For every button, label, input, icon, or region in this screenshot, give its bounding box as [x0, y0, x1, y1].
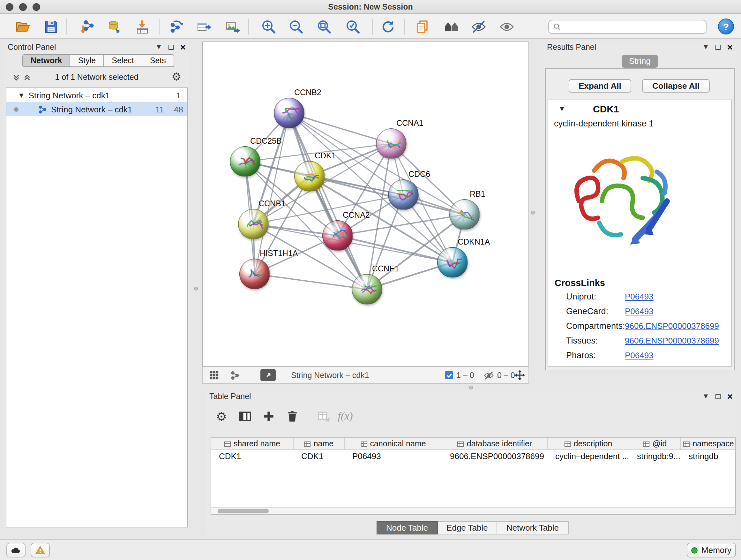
table-cell[interactable]: stringdb:9... — [629, 450, 681, 462]
tree-row-collection[interactable]: ▼ String Network – cdk1 1 — [6, 88, 187, 102]
float-panel-icon[interactable] — [716, 44, 721, 50]
table-row[interactable]: CDK1 CDK1 P06493 9606.ENSP00000378699 cy… — [211, 450, 735, 462]
tab-sets[interactable]: Sets — [142, 54, 174, 67]
delete-column-button[interactable] — [283, 408, 301, 425]
network-node-CDC6[interactable] — [388, 179, 419, 210]
collapse-all-button[interactable]: Collapse All — [642, 79, 710, 92]
vertical-splitter-handle[interactable] — [531, 211, 535, 214]
disclosure-triangle-icon[interactable]: ▼ — [18, 91, 25, 99]
horizontal-scrollbar[interactable] — [211, 507, 735, 514]
expand-all-button[interactable]: Expand All — [569, 79, 631, 92]
close-panel-icon[interactable]: × — [727, 391, 733, 401]
search-input[interactable] — [564, 22, 706, 31]
maximize-window-icon[interactable] — [32, 3, 40, 11]
table-cell[interactable]: stringdb — [681, 450, 736, 462]
tree-row-network[interactable]: String Network – cdk1 11 48 — [6, 102, 187, 116]
tab-network[interactable]: Network — [22, 54, 71, 67]
create-column-button[interactable] — [260, 408, 278, 425]
chevron-down-icon[interactable]: ▼ — [702, 44, 710, 51]
import-network-file-button[interactable] — [78, 18, 95, 35]
help-button[interactable]: ? — [718, 18, 734, 35]
refresh-view-button[interactable] — [379, 18, 396, 35]
hide-selected-button[interactable] — [470, 18, 487, 35]
crosslink-link[interactable]: P06493 — [625, 307, 654, 316]
import-network-database-button[interactable] — [105, 18, 123, 35]
crosslink-link[interactable]: P06493 — [625, 292, 654, 301]
close-panel-icon[interactable]: × — [180, 42, 186, 52]
tab-edge-table[interactable]: Edge Table — [437, 521, 497, 535]
zoom-in-button[interactable] — [260, 18, 277, 35]
memory-button[interactable]: Memory — [687, 543, 736, 557]
tab-network-table[interactable]: Network Table — [497, 521, 568, 535]
network-type-button[interactable] — [230, 367, 240, 383]
table-settings-button[interactable]: ⚙ — [212, 408, 230, 425]
open-in-window-button[interactable] — [260, 367, 276, 383]
warnings-button[interactable] — [30, 543, 50, 557]
column-header[interactable]: description — [548, 438, 629, 450]
save-session-button[interactable] — [42, 18, 59, 35]
column-header[interactable]: canonical name — [345, 438, 442, 450]
export-image-button[interactable] — [223, 18, 241, 35]
network-node-CCNB2[interactable] — [274, 98, 305, 128]
table-cell[interactable]: CDK1 — [293, 450, 345, 462]
chevron-down-icon[interactable]: ▼ — [155, 44, 162, 51]
column-header[interactable]: shared name — [211, 438, 293, 450]
zoom-out-button[interactable] — [287, 18, 305, 35]
network-node-CCNA2[interactable] — [322, 220, 353, 251]
network-edge[interactable] — [289, 113, 391, 144]
network-node-HIST1H1A[interactable] — [239, 259, 270, 289]
pan-tool-button[interactable] — [515, 367, 525, 383]
table-cell[interactable]: CDK1 — [211, 450, 293, 462]
string-tab[interactable]: String — [544, 55, 736, 68]
close-window-icon[interactable] — [6, 3, 13, 11]
column-header[interactable]: name — [293, 438, 345, 450]
crosslink-link[interactable]: 9606.ENSP00000378699 — [625, 321, 719, 331]
disclosure-triangle-icon[interactable]: ▼ — [558, 105, 565, 112]
table-cell[interactable]: P06493 — [345, 450, 442, 462]
vertical-splitter-handle[interactable] — [194, 287, 198, 291]
gear-icon[interactable]: ⚙ — [172, 71, 182, 82]
float-panel-icon[interactable] — [169, 44, 174, 50]
show-columns-button[interactable] — [236, 408, 254, 425]
network-node-CDK1[interactable] — [294, 161, 325, 192]
network-node-CDC25B[interactable] — [230, 146, 260, 177]
first-neighbors-button[interactable] — [442, 18, 460, 35]
network-node-CCNA1[interactable] — [376, 128, 407, 159]
column-header[interactable]: database identifier — [442, 438, 548, 450]
crosslink-link[interactable]: P06493 — [625, 351, 654, 360]
network-node-RB1[interactable] — [449, 199, 480, 230]
network-node-CDKN1A[interactable] — [437, 247, 468, 278]
network-edge[interactable] — [289, 113, 367, 289]
column-header[interactable]: namespace — [681, 438, 736, 450]
tab-style[interactable]: Style — [71, 54, 105, 67]
export-table-button[interactable] — [195, 18, 212, 35]
checkbox-icon[interactable] — [445, 371, 453, 379]
scrollbar-thumb[interactable] — [218, 509, 269, 513]
birdseye-toggle-button[interactable] — [209, 367, 219, 383]
column-header[interactable]: @id — [629, 438, 681, 450]
search-field[interactable] — [548, 20, 706, 34]
cloud-status-button[interactable] — [6, 543, 25, 557]
eye-slash-icon[interactable] — [484, 370, 494, 380]
network-edge[interactable] — [255, 274, 367, 289]
open-session-button[interactable] — [14, 18, 31, 35]
tab-select[interactable]: Select — [104, 54, 142, 67]
show-all-button[interactable] — [498, 18, 515, 35]
export-network-button[interactable] — [167, 18, 185, 35]
minimize-window-icon[interactable] — [19, 3, 27, 11]
table-cell[interactable]: 9606.ENSP00000378699 — [442, 450, 548, 462]
crosslink-link[interactable]: 9606.ENSP00000378699 — [625, 336, 719, 346]
tab-node-table[interactable]: Node Table — [377, 521, 437, 535]
import-table-button[interactable] — [133, 18, 151, 35]
zoom-selected-button[interactable] — [344, 18, 361, 35]
network-node-CCNE1[interactable] — [352, 274, 382, 305]
fit-content-button[interactable] — [315, 18, 333, 35]
close-panel-icon[interactable]: × — [727, 42, 733, 52]
duplicate-document-button[interactable] — [414, 18, 431, 35]
network-node-CCNB1[interactable] — [238, 209, 269, 240]
float-panel-icon[interactable] — [716, 394, 721, 399]
chevron-down-icon[interactable]: ▼ — [702, 393, 710, 400]
network-view-canvas[interactable]: CCNB2CCNA1CDC25BCDK1CDC6RB1CCNB1CCNA2CDK… — [202, 42, 529, 367]
horizontal-splitter-handle[interactable] — [469, 386, 473, 389]
table-cell[interactable]: cyclin–dependent ... — [548, 450, 629, 462]
